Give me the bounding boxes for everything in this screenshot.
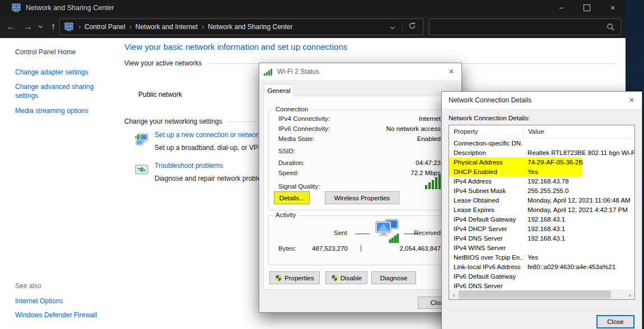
details-table-row[interactable]: IPv4 Subnet Mask255.255.255.0 [449,186,634,195]
search-icon[interactable] [606,23,615,31]
properties-button[interactable]: Properties [269,271,320,284]
details-table-row[interactable]: Connection-specific DN... [449,138,634,148]
details-button[interactable]: Details... [274,191,310,204]
navigation-toolbar: ← → ↑ ›Control Panel›Network and Interne… [0,16,626,38]
details-table-row[interactable]: IPv4 WINS Server [449,243,634,252]
details-table-row[interactable]: Physical Address74-29-AF-05-36-2B [449,157,634,167]
status-row-label: IPv4 Connectivity: [278,115,330,122]
property-cell: Description [449,149,523,156]
wireless-properties-button[interactable]: Wireless Properties [325,191,399,204]
details-table-row[interactable]: IPv4 Address192.168.43.78 [449,176,634,186]
diagnose-button[interactable]: Diagnose [371,271,416,284]
details-table-header[interactable]: Property Value [449,125,634,138]
search-input[interactable] [430,23,606,31]
property-cell: IPv6 DNS Server [449,283,523,289]
details-table-row[interactable]: DescriptionRealtek RTL8723BE 802.11 bgn … [449,148,634,157]
column-property[interactable]: Property [449,125,524,138]
details-table-row[interactable]: Lease ExpiresMonday, April 12, 2021 4:42… [449,205,634,214]
property-cell: Physical Address [449,159,523,166]
status-row-label: Duration: [278,159,305,166]
signal-quality-bars-icon [424,175,441,189]
breadcrumb-separator-icon: › [78,23,81,31]
see-also-section: See also Internet OptionsWindows Defende… [15,282,97,325]
sidebar-item-control-panel-home[interactable]: Control Panel Home [15,48,76,56]
network-activity-icon [374,218,400,244]
breadcrumb-item[interactable]: Control Panel [85,23,125,31]
troubleshoot-icon [134,163,149,177]
status-row: Speed:72.2 Mbps [278,170,441,178]
breadcrumb-separator-icon: › [129,23,132,31]
troubleshoot-link[interactable]: Troubleshoot problems [155,162,261,170]
wifi-status-dialog: Wi-Fi 2 Status × General Connection IPv4… [259,63,462,313]
details-table-row[interactable]: IPv4 DHCP Server192.168.43.1 [449,224,634,233]
tab-general[interactable]: General [264,84,294,97]
details-table-row[interactable]: Link-local IPv6 Addressfe80::a029:4630:a… [449,262,634,271]
bytes-sent-value: 487,523,270 [295,245,348,252]
breadcrumb-item[interactable]: Network and Sharing Center [208,23,292,31]
up-button[interactable]: ↑ [46,16,60,38]
troubleshoot-item: Troubleshoot problems Diagnose and repai… [134,162,261,182]
property-cell: IPv4 Default Gateway [449,216,523,223]
status-row: Duration:04:47:23 [278,159,441,168]
details-close-button[interactable]: Close [596,315,634,328]
details-table-row[interactable]: DHCP EnabledYes [449,167,634,176]
details-table-row[interactable]: IPv6 Default Gateway [449,271,634,281]
search-box[interactable] [429,18,621,35]
details-table-body: Connection-specific DN...DescriptionReal… [449,138,634,290]
sidebar-link[interactable]: Media streaming options [15,106,100,115]
value-cell: 192.168.43.1 [523,216,634,223]
address-dropdown-chevron-icon[interactable] [386,22,399,32]
back-button[interactable]: ← [3,16,19,38]
wifi-tab-page: Connection IPv4 Connectivity:InternetIPv… [263,96,457,290]
column-value[interactable]: Value [524,128,544,135]
details-table-row[interactable]: IPv4 DNS Server192.168.43.1 [449,233,634,243]
status-row-value: No network access [386,125,441,132]
address-bar[interactable]: ›Control Panel›Network and Internet›Netw… [59,18,423,35]
wifi-dialog-close-icon[interactable]: × [441,63,461,80]
forward-button[interactable]: → [20,16,36,38]
breadcrumb-item[interactable]: Network and Internet [136,23,198,31]
details-table-row[interactable]: NetBIOS over Tcpip En...Yes [449,252,634,262]
setup-connection-link[interactable]: Set up a new connection or network [155,131,263,139]
connection-group-label: Connection [273,106,310,112]
property-cell: IPv4 DHCP Server [449,225,523,232]
details-table-row[interactable]: IPv4 Default Gateway192.168.43.1 [449,214,634,224]
see-also-links: Internet OptionsWindows Defender Firewal… [15,297,97,319]
property-cell: IPv4 Address [449,178,523,185]
bytes-received-value: 2,054,463,847 [399,245,441,252]
setup-connection-icon [134,132,149,147]
details-table-row[interactable]: Lease ObtainedMonday, April 12, 2021 11:… [449,195,634,205]
property-cell: Lease Obtained [449,197,523,204]
status-row-value: Enabled [417,135,441,142]
scrollbar-thumb[interactable] [459,290,611,299]
network-app-icon [12,3,21,12]
refresh-button[interactable] [406,22,421,32]
sidebar-link[interactable]: Change advanced sharing settings [15,82,100,100]
scroll-right-icon[interactable]: › [625,292,634,298]
scroll-left-icon[interactable]: ‹ [449,292,459,298]
property-cell: IPv4 Subnet Mask [449,187,523,194]
disable-button[interactable]: Disable [325,271,367,284]
details-dialog-titlebar: Network Connection Details × [442,92,642,109]
details-dialog-close-icon[interactable]: × [622,92,642,109]
recent-pages-chevron-icon[interactable] [35,16,46,38]
minimize-button[interactable]: − [548,0,574,16]
maximize-button[interactable] [574,0,600,16]
property-cell: Lease Expires [449,206,523,213]
value-cell: fe80::a029:4630:a4e:453a%21 [523,264,634,270]
status-row: Signal Quality: [278,183,441,192]
received-label: Received [414,229,441,236]
sidebar-link[interactable]: Change adapter settings [15,68,100,77]
see-also-link[interactable]: Internet Options [15,297,97,305]
status-row-value: Internet [419,115,441,122]
activity-group: Activity [268,215,451,265]
details-table-row[interactable]: IPv6 DNS Server [449,281,634,290]
status-row-label: SSID: [278,148,295,154]
see-also-link[interactable]: Windows Defender Firewall [15,311,97,319]
status-row: IPv4 Connectivity:Internet [278,115,441,124]
close-button[interactable]: × [600,0,626,16]
active-networks-label: View your active networks [124,59,202,67]
troubleshoot-desc: Diagnose and repair network proble [155,175,261,182]
uac-shield-icon [275,274,282,282]
horizontal-scrollbar[interactable]: ‹ › [449,290,634,299]
